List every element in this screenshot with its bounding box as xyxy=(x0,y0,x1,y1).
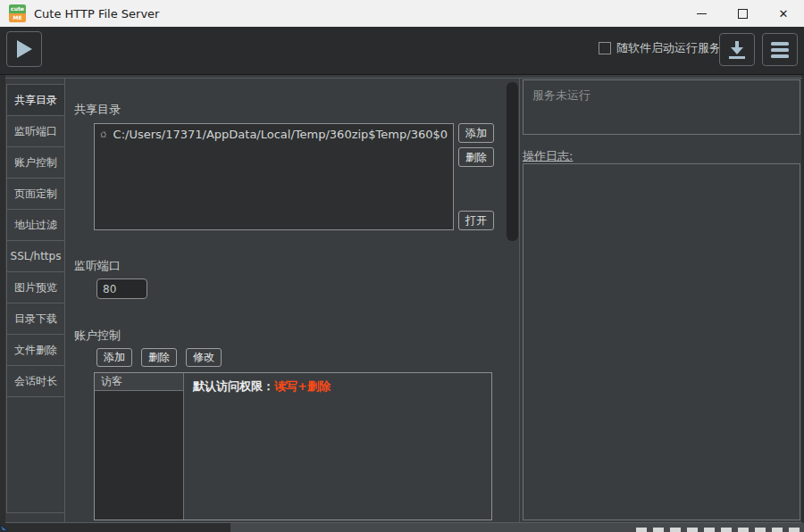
default-permission-row: 默认访问权限：读写+删除 xyxy=(193,378,482,395)
account-table-user-list[interactable] xyxy=(95,391,183,520)
share-dir-list-item[interactable]: C:/Users/17371/AppData/Local/Temp/360zip… xyxy=(95,124,453,145)
titlebar: cute ME Cute HTTP File Server ✕ xyxy=(0,0,804,27)
vertical-scrollbar-thumb[interactable] xyxy=(507,82,518,241)
account-table-user-column: 访客 xyxy=(95,373,184,520)
port-input[interactable] xyxy=(96,278,147,299)
sidebar-tab-dir-download[interactable]: 目录下载 xyxy=(6,303,65,335)
share-dir-section-label: 共享目录 xyxy=(74,102,121,118)
close-icon: ✕ xyxy=(779,8,789,20)
share-dir-list[interactable]: C:/Users/17371/AppData/Local/Temp/360zip… xyxy=(94,123,454,230)
account-table-detail-area: 默认访问权限：读写+删除 xyxy=(184,373,491,520)
sidebar-tab-file-delete[interactable]: 文件删除 xyxy=(6,334,65,366)
default-permission-label: 默认访问权限： xyxy=(193,379,274,393)
app-icon: cute ME xyxy=(9,4,26,22)
sidebar: 共享目录 监听端口 账户控制 页面定制 地址过滤 SSL/https 图片预览 … xyxy=(6,84,65,513)
sidebar-tab-listen-port[interactable]: 监听端口 xyxy=(6,115,65,147)
app-icon-top-label: cute xyxy=(9,4,26,13)
share-add-button[interactable]: 添加 xyxy=(458,123,494,143)
operation-log-label: 操作日志: xyxy=(523,148,573,164)
clipped-watermark-artifact xyxy=(636,528,802,532)
share-dir-path: C:/Users/17371/AppData/Local/Temp/360zip… xyxy=(113,128,448,141)
close-button[interactable]: ✕ xyxy=(763,0,804,27)
start-service-button[interactable] xyxy=(6,31,42,67)
main-top-border xyxy=(5,78,802,79)
minimize-button[interactable] xyxy=(681,0,722,27)
maximize-icon xyxy=(738,9,748,19)
service-status-text: 服务未运行 xyxy=(532,88,590,102)
service-status-box: 服务未运行 xyxy=(523,79,800,135)
account-modify-button[interactable]: 修改 xyxy=(186,348,222,367)
hamburger-menu-icon xyxy=(770,41,790,59)
account-table[interactable]: 访客 默认访问权限：读写+删除 xyxy=(94,372,492,520)
sidebar-empty-area xyxy=(6,396,65,513)
operation-log-box[interactable] xyxy=(523,163,800,520)
window-controls: ✕ xyxy=(681,0,804,27)
maximize-button[interactable] xyxy=(722,0,763,27)
checkbox-icon xyxy=(599,42,611,54)
listen-port-section-label: 监听端口 xyxy=(74,258,121,274)
play-icon xyxy=(14,38,34,60)
share-open-button[interactable]: 打开 xyxy=(458,211,494,230)
sidebar-tab-addr-filter[interactable]: 地址过滤 xyxy=(6,209,65,241)
sidebar-tab-session-time[interactable]: 会话时长 xyxy=(6,365,65,397)
account-section-label: 账户控制 xyxy=(74,328,121,344)
home-icon xyxy=(100,128,107,141)
app-icon-bottom-label: ME xyxy=(9,13,26,22)
download-icon xyxy=(727,40,747,60)
account-delete-button[interactable]: 删除 xyxy=(141,348,177,367)
window-left-edge xyxy=(0,75,5,532)
share-delete-button[interactable]: 删除 xyxy=(458,147,494,167)
sidebar-tab-ssl-https[interactable]: SSL/https xyxy=(6,240,65,272)
download-button[interactable] xyxy=(719,33,755,66)
account-table-column-header[interactable]: 访客 xyxy=(95,373,183,391)
right-panel-divider xyxy=(519,79,520,522)
default-permission-value: 读写+删除 xyxy=(274,379,331,393)
autostart-checkbox[interactable]: 随软件启动运行服务 xyxy=(599,40,721,56)
sidebar-tab-image-preview[interactable]: 图片预览 xyxy=(6,271,65,303)
sidebar-tab-account-ctrl[interactable]: 账户控制 xyxy=(6,146,65,179)
mouse-cursor-fragment xyxy=(0,525,9,532)
autostart-label: 随软件启动运行服务 xyxy=(616,40,721,56)
menu-button[interactable] xyxy=(762,33,798,66)
window-title: Cute HTTP File Server xyxy=(34,7,159,21)
toolbar: 随软件启动运行服务 xyxy=(0,27,804,75)
minimize-icon xyxy=(697,13,707,14)
account-add-button[interactable]: 添加 xyxy=(96,348,132,367)
sidebar-tab-page-custom[interactable]: 页面定制 xyxy=(6,178,65,210)
sidebar-tab-share-dir[interactable]: 共享目录 xyxy=(6,84,65,116)
